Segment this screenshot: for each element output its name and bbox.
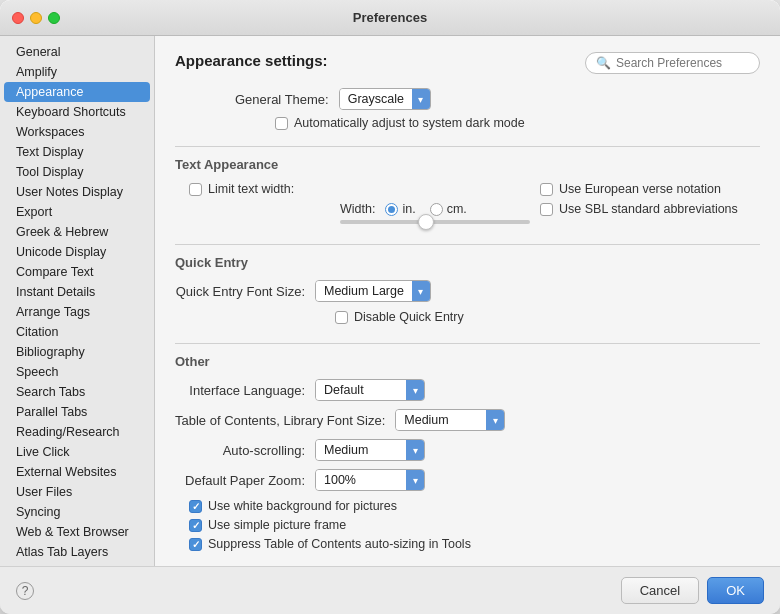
other-section: Other Interface Language: Default ▾ Tabl… [175,343,760,556]
text-appearance-section: Text Appearance Limit text width: Width: [175,146,760,230]
sidebar-item-parallel-tabs[interactable]: Parallel Tabs [4,402,150,422]
default-paper-zoom-label: Default Paper Zoom: [175,473,305,488]
width-slider[interactable] [340,220,530,224]
sidebar-item-search-tabs[interactable]: Search Tabs [4,382,150,402]
general-theme-arrow-icon: ▾ [412,89,430,109]
interface-language-arrow-icon: ▾ [406,380,424,400]
maximize-button[interactable] [48,12,60,24]
main-title: Appearance settings: [175,52,328,69]
quick-entry-heading: Quick Entry [175,255,760,270]
search-icon: 🔍 [596,56,611,70]
footer: ? Cancel OK [0,566,780,614]
default-paper-zoom-arrow-icon: ▾ [406,470,424,490]
sbl-checkbox[interactable] [540,203,553,216]
close-button[interactable] [12,12,24,24]
titlebar: Preferences [0,0,780,36]
limit-text-width-checkbox[interactable] [189,183,202,196]
auto-scrolling-label: Auto-scrolling: [175,443,305,458]
sidebar-item-text-display[interactable]: Text Display [4,142,150,162]
sidebar-item-tool-display[interactable]: Tool Display [4,162,150,182]
sbl-row: Use SBL standard abbreviations [540,202,760,216]
toc-font-size-select[interactable]: Medium ▾ [395,409,505,431]
auto-dark-mode-row: Automatically adjust to system dark mode [275,116,760,130]
sidebar-item-bibliography[interactable]: Bibliography [4,342,150,362]
interface-language-value: Default [316,380,406,400]
quick-entry-font-size-row: Quick Entry Font Size: Medium Large ▾ [175,280,760,302]
european-verse-row: Use European verse notation [540,182,760,196]
auto-scrolling-select[interactable]: Medium ▾ [315,439,425,461]
simple-picture-frame-checkbox[interactable] [189,519,202,532]
sidebar-item-workspaces[interactable]: Workspaces [4,122,150,142]
sidebar-item-export[interactable]: Export [4,202,150,222]
sidebar-item-web---text-browser[interactable]: Web & Text Browser [4,522,150,542]
european-verse-label: Use European verse notation [559,182,721,196]
sidebar-item-user-notes-display[interactable]: User Notes Display [4,182,150,202]
general-theme-row: General Theme: Grayscale ▾ [235,88,760,110]
slider-row [340,220,530,224]
sidebar-item-citation[interactable]: Citation [4,322,150,342]
white-background-label: Use white background for pictures [208,499,397,513]
sidebar-item-syncing[interactable]: Syncing [4,502,150,522]
quick-entry-font-arrow-icon: ▾ [412,281,430,301]
window-title: Preferences [353,10,427,25]
quick-entry-font-size-label: Quick Entry Font Size: [175,284,305,299]
sidebar-item-user-files[interactable]: User Files [4,482,150,502]
sidebar-item-atlas-tab-layers[interactable]: Atlas Tab Layers [4,542,150,562]
interface-language-label: Interface Language: [175,383,305,398]
toc-font-size-label: Table of Contents, Library Font Size: [175,413,385,428]
sidebar-item-general[interactable]: General [4,42,150,62]
text-appearance-left: Limit text width: Width: in. cm. [175,182,530,230]
preferences-window: Preferences GeneralAmplifyAppearanceKeyb… [0,0,780,614]
search-box[interactable]: 🔍 [585,52,760,74]
quick-entry-font-size-value: Medium Large [316,281,412,301]
sidebar: GeneralAmplifyAppearanceKeyboard Shortcu… [0,36,155,566]
interface-language-row: Interface Language: Default ▾ [175,379,760,401]
sidebar-item-instant-details[interactable]: Instant Details [4,282,150,302]
sidebar-item-external-websites[interactable]: External Websites [4,462,150,482]
main-panel: Appearance settings: 🔍 General Theme: Gr… [155,36,780,566]
european-verse-checkbox[interactable] [540,183,553,196]
traffic-lights [12,12,60,24]
sidebar-item-unicode-display[interactable]: Unicode Display [4,242,150,262]
default-paper-zoom-row: Default Paper Zoom: 100% ▾ [175,469,760,491]
white-background-checkbox[interactable] [189,500,202,513]
text-appearance-content: Limit text width: Width: in. cm. [175,182,760,230]
sidebar-item-reading-research[interactable]: Reading/Research [4,422,150,442]
auto-dark-mode-checkbox[interactable] [275,117,288,130]
default-paper-zoom-select[interactable]: 100% ▾ [315,469,425,491]
disable-quick-entry-row: Disable Quick Entry [335,310,760,324]
other-heading: Other [175,354,760,369]
disable-quick-entry-checkbox[interactable] [335,311,348,324]
general-theme-select[interactable]: Grayscale ▾ [339,88,431,110]
help-icon[interactable]: ? [16,582,34,600]
cancel-button[interactable]: Cancel [621,577,699,604]
sbl-label: Use SBL standard abbreviations [559,202,738,216]
sidebar-item-speech[interactable]: Speech [4,362,150,382]
text-appearance-right: Use European verse notation Use SBL stan… [530,182,760,230]
sidebar-item-arrange-tags[interactable]: Arrange Tags [4,302,150,322]
sidebar-item-keyboard-shortcuts[interactable]: Keyboard Shortcuts [4,102,150,122]
content-area: GeneralAmplifyAppearanceKeyboard Shortcu… [0,36,780,566]
limit-text-width-label: Limit text width: [208,182,294,196]
quick-entry-font-size-select[interactable]: Medium Large ▾ [315,280,431,302]
footer-buttons: Cancel OK [621,577,764,604]
interface-language-select[interactable]: Default ▾ [315,379,425,401]
minimize-button[interactable] [30,12,42,24]
toc-font-size-arrow-icon: ▾ [486,410,504,430]
simple-picture-frame-label: Use simple picture frame [208,518,346,532]
suppress-toc-checkbox[interactable] [189,538,202,551]
sidebar-item-compare-text[interactable]: Compare Text [4,262,150,282]
auto-scrolling-arrow-icon: ▾ [406,440,424,460]
general-theme-value: Grayscale [340,89,412,109]
sidebar-item-amplify[interactable]: Amplify [4,62,150,82]
main-header: Appearance settings: 🔍 [175,52,760,74]
auto-scrolling-value: Medium [316,440,406,460]
sidebar-item-live-click[interactable]: Live Click [4,442,150,462]
ok-button[interactable]: OK [707,577,764,604]
sidebar-item-appearance[interactable]: Appearance [4,82,150,102]
auto-scrolling-row: Auto-scrolling: Medium ▾ [175,439,760,461]
sidebar-item-greek---hebrew[interactable]: Greek & Hebrew [4,222,150,242]
toc-font-size-value: Medium [396,410,486,430]
search-input[interactable] [616,56,746,70]
general-theme-label: General Theme: [235,92,329,107]
